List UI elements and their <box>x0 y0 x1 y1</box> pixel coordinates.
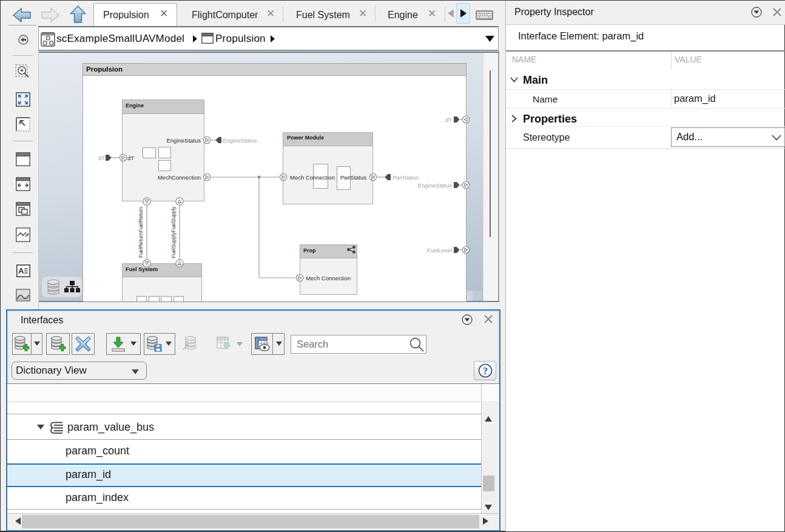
svg-text:A: A <box>18 266 24 275</box>
svg-text:?: ? <box>483 366 488 376</box>
